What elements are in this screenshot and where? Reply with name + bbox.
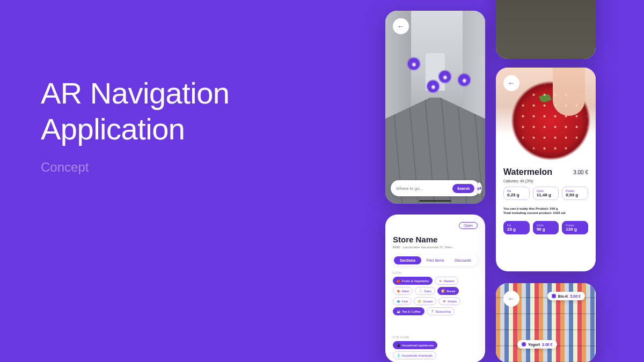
- consumption-text: You can it today this Product: 240 gTota…: [503, 207, 566, 216]
- nutrition-cell: Fat0,23 g: [503, 187, 530, 200]
- mockup-ar-street: ← ◉ ◉ ◉ ◉ Search ⇄: [385, 11, 485, 204]
- nutrition-row-total: Fat23 gCarbs50 gProtein120 g: [503, 221, 588, 234]
- mockup-product-detail: ← Watermelon 3.00 € Callories: 46 (3%) F…: [496, 68, 596, 271]
- hero-title: AR NavigationApplication: [41, 75, 229, 147]
- mockup-store-detail: Open Store Name €€€€ · Landstraßer Haupt…: [385, 215, 485, 362]
- tag-price: 5.00 €: [570, 294, 581, 298]
- category-chip[interactable]: 🌾Groats: [414, 297, 436, 305]
- ar-pin-icon[interactable]: ◉: [458, 74, 470, 86]
- store-name: Store Name: [393, 235, 437, 244]
- restaurant-bg: [496, 0, 596, 59]
- product-tag[interactable]: Bio-K 5.00 €: [547, 292, 585, 300]
- product-tag[interactable]: Yogurt 3.00 €: [517, 340, 557, 349]
- nutrition-row-per100: Fat0,23 gCarbs11,48 gProtein0,93 g: [503, 187, 588, 200]
- nutrition-cell: Fat23 g: [503, 221, 530, 234]
- tag-price: 3.00 €: [542, 343, 552, 346]
- search-input[interactable]: [396, 186, 452, 191]
- category-chip[interactable]: 🐟Fish: [393, 297, 412, 305]
- category-chip[interactable]: 📱Household appliances: [393, 341, 437, 349]
- mockup-store-aisle: ← Bio-K 5.00 € Yogurt 3.00 €: [496, 283, 596, 362]
- food-chips: 🍎Fruits & Vegitables🍬Sweets🍖Meat🥛Dairy🍞B…: [393, 277, 480, 315]
- back-button[interactable]: ←: [503, 291, 519, 307]
- nutrition-cell: Carbs50 g: [533, 221, 559, 234]
- home-indicator: [419, 200, 451, 202]
- category-chip[interactable]: 🍷Drinks: [438, 297, 460, 305]
- category-chip[interactable]: 🍞Bread: [437, 287, 459, 295]
- category-chip[interactable]: ☕Tea & Coffee: [393, 307, 425, 315]
- category-chip[interactable]: 🧂Seasoning: [427, 307, 455, 315]
- home-chips: 📱Household appliances🧴Household chemical…: [393, 341, 480, 359]
- ar-pin-icon[interactable]: ◉: [427, 80, 439, 92]
- product-title: Watermelon: [503, 167, 552, 177]
- ar-pin-icon[interactable]: ◉: [408, 58, 420, 70]
- ar-pin-icon[interactable]: ◉: [439, 71, 451, 83]
- category-chip[interactable]: 🍬Sweets: [435, 277, 458, 285]
- search-bar: Search ⇄: [391, 180, 480, 196]
- street-photo: [385, 11, 485, 204]
- store-meta: €€€€ · Landstraßer Hauptstraße 37, Wien: [393, 246, 452, 249]
- back-button[interactable]: ←: [393, 18, 409, 34]
- section-label-home: FOR HOME: [393, 336, 409, 339]
- tab-discounts[interactable]: Discounts: [449, 256, 477, 264]
- back-button[interactable]: ←: [503, 75, 519, 91]
- category-chip[interactable]: 🍎Fruits & Vegitables: [393, 277, 433, 285]
- category-chip[interactable]: 🧴Household chemicals: [393, 351, 436, 359]
- nutrition-cell: Carbs11,48 g: [533, 187, 559, 200]
- tag-dot-icon: [522, 342, 526, 346]
- hero-subtitle: Concept: [41, 160, 229, 175]
- product-price: 3.00 €: [573, 169, 588, 175]
- category-chip[interactable]: 🥛Dairy: [415, 287, 435, 295]
- hero-text: AR NavigationApplication Concept: [41, 75, 229, 175]
- tag-dot-icon: [552, 294, 556, 298]
- search-button[interactable]: Search: [452, 184, 474, 193]
- tab-find-items[interactable]: Find Items: [421, 256, 449, 264]
- tab-bar: Sections Find Items Discounts: [393, 254, 478, 266]
- nutrition-cell: Protein120 g: [562, 221, 588, 234]
- calories-label: Callories: 46 (3%): [503, 179, 533, 183]
- section-label-food: FOOD: [393, 271, 401, 275]
- open-badge: Open: [459, 222, 478, 229]
- mockup-restaurant: Avocado Bowl Mango Bowl Tomato Soup M… G…: [496, 0, 596, 59]
- tag-name: Yogurt: [528, 343, 540, 346]
- tag-name: Bio-K: [558, 294, 568, 298]
- tab-sections[interactable]: Sections: [394, 256, 421, 264]
- nutrition-cell: Protein0,93 g: [562, 187, 588, 200]
- category-chip[interactable]: 🍖Meat: [393, 287, 413, 295]
